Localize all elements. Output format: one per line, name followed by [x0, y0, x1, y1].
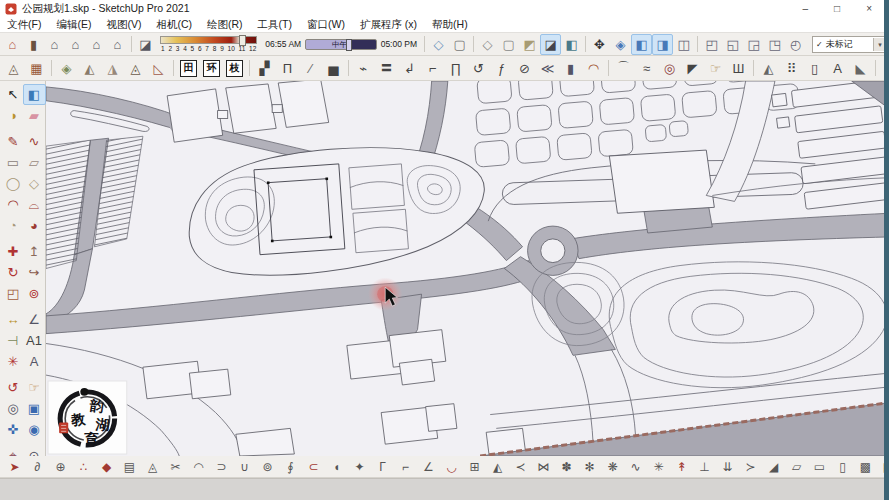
bt-cut-icon[interactable]: ✂: [164, 457, 187, 477]
orbit-tool[interactable]: ↺: [2, 377, 25, 398]
section-cuts-icon[interactable]: ◨: [652, 34, 673, 55]
bt-curve-points-icon[interactable]: ∴: [72, 457, 95, 477]
move-tool[interactable]: ✚: [2, 241, 25, 262]
bt-red-arc-icon[interactable]: ◡: [440, 457, 463, 477]
protractor-tool[interactable]: ∠: [23, 309, 46, 330]
bt-move-red-icon[interactable]: ◆: [95, 457, 118, 477]
bt-anchor-icon[interactable]: ⊥: [693, 457, 716, 477]
menu-view[interactable]: 视图(V): [106, 18, 141, 32]
offset-tool[interactable]: ⊚: [23, 283, 46, 304]
face-style-monochrome-icon[interactable]: ◧: [561, 34, 582, 55]
bt-walker-icon[interactable]: ➤: [3, 457, 26, 477]
flag-tool-icon[interactable]: ◤: [681, 57, 704, 79]
bt-fence-x-icon[interactable]: ⋈: [532, 457, 555, 477]
arc-tool[interactable]: ◠: [2, 194, 25, 215]
menu-tools[interactable]: 工具(T): [258, 18, 292, 32]
line-tool[interactable]: ✎: [2, 131, 25, 152]
view-right-icon[interactable]: ⌂: [65, 34, 86, 55]
curve-tool-icon[interactable]: ƒ: [490, 57, 513, 79]
menu-window[interactable]: 窗口(W): [307, 18, 345, 32]
bt-pin-icon[interactable]: ↟: [670, 457, 693, 477]
sandbox-flip-edge-icon[interactable]: ◺: [147, 57, 170, 79]
bt-planes-icon[interactable]: ◢: [762, 457, 785, 477]
bt-corner-b-icon[interactable]: ⌐: [394, 457, 417, 477]
menu-camera[interactable]: 相机(C): [156, 18, 192, 32]
bt-layers-icon[interactable]: ▤: [118, 457, 141, 477]
tag-dropdown[interactable]: ✓ 未标记 ▾: [812, 36, 887, 53]
face-style-hiddenline-icon[interactable]: ▢: [498, 34, 519, 55]
ramp-tool-icon[interactable]: ∕: [299, 57, 322, 79]
null-face-tool-icon[interactable]: ⊘: [513, 57, 536, 79]
plugin-huan-icon[interactable]: 环: [203, 60, 220, 77]
bt-feather-icon[interactable]: ∿: [624, 457, 647, 477]
bt-frame-icon[interactable]: ▭: [808, 457, 831, 477]
face-style-wireframe-icon[interactable]: ◇: [477, 34, 498, 55]
sandbox-stamp-icon[interactable]: ◭: [78, 57, 101, 79]
section-fill-icon[interactable]: ◫: [673, 34, 694, 55]
stairs-tool-icon[interactable]: ▞: [253, 57, 276, 79]
bt-door-icon[interactable]: ▯: [831, 457, 854, 477]
mirror-tool-icon[interactable]: ◭: [757, 57, 780, 79]
road-tool-icon[interactable]: ⌒: [612, 57, 635, 79]
label-a-tool-icon[interactable]: A: [826, 57, 849, 79]
section-display-icon[interactable]: ◧: [631, 34, 652, 55]
sandbox-from-contours-icon[interactable]: ◬: [2, 57, 25, 79]
barrel-tool-icon[interactable]: ▮: [559, 57, 582, 79]
shadow-time-slider[interactable]: 中午: [305, 39, 376, 50]
bt-balloon-icon[interactable]: ⊚: [256, 457, 279, 477]
bt-stack-icon[interactable]: ▩: [854, 457, 877, 477]
hook-tool-icon[interactable]: ⌐: [421, 57, 444, 79]
cone-tool-icon[interactable]: ◣: [849, 57, 872, 79]
freehand-tool[interactable]: ∿: [23, 131, 46, 152]
menu-extensions[interactable]: 扩展程序 (x): [360, 18, 417, 32]
view-front-icon[interactable]: ⌂: [44, 34, 65, 55]
polygon-tool[interactable]: ◇: [23, 173, 46, 194]
menu-edit[interactable]: 编辑(E): [56, 18, 91, 32]
bt-arrow-right-icon[interactable]: ≻: [739, 457, 762, 477]
wave-tool-icon[interactable]: ≈: [635, 57, 658, 79]
bin-tool-icon[interactable]: Ш: [727, 57, 750, 79]
sandbox-from-scratch-icon[interactable]: ▦: [25, 57, 48, 79]
arch-tool-icon[interactable]: ◠: [582, 57, 605, 79]
eraser-tool[interactable]: ▰: [23, 105, 46, 126]
bend-tool-icon[interactable]: ↲: [398, 57, 421, 79]
rotate-tool[interactable]: ↻: [2, 262, 25, 283]
previous-view-tool[interactable]: ◉: [23, 419, 46, 440]
rectangle-tool[interactable]: ▭: [2, 152, 25, 173]
pipe-tool-icon[interactable]: ⌁: [352, 57, 375, 79]
model-canvas[interactable]: 韵 湖 教 育: [46, 81, 889, 456]
histogram-tool-icon[interactable]: ▅: [322, 57, 345, 79]
bt-hook-icon[interactable]: ⊃: [210, 457, 233, 477]
plugin-tian-icon[interactable]: 田: [180, 60, 197, 77]
sandbox-add-detail-icon[interactable]: ◬: [124, 57, 147, 79]
select-tool[interactable]: ↖: [2, 84, 25, 105]
bt-spiral-icon[interactable]: ∮: [279, 457, 302, 477]
rotated-rectangle-tool[interactable]: ▱: [23, 152, 46, 173]
bt-arrows-split-icon[interactable]: ⇊: [716, 457, 739, 477]
target-tool-icon[interactable]: ◎: [658, 57, 681, 79]
text-tool[interactable]: A1: [23, 330, 46, 351]
follow-me-tool[interactable]: ↪: [23, 262, 46, 283]
panel-tool-icon[interactable]: ▯: [803, 57, 826, 79]
sandbox-smoove-icon[interactable]: ◈: [55, 57, 78, 79]
bt-panel-icon[interactable]: ▱: [785, 457, 808, 477]
bt-arc-flip-icon[interactable]: ◠: [187, 457, 210, 477]
solid-trim-icon[interactable]: ◳: [764, 34, 785, 55]
bt-lasso-icon[interactable]: ∂: [26, 457, 49, 477]
bt-circle-plus-icon[interactable]: ⊕: [49, 457, 72, 477]
bt-sprout-icon[interactable]: ✳: [647, 457, 670, 477]
bt-terrain-icon[interactable]: ◬: [141, 457, 164, 477]
shadow-date-slider[interactable]: 123456789101112: [160, 36, 257, 52]
push-pull-tool[interactable]: ↥: [23, 241, 46, 262]
bt-snail-icon[interactable]: ⊂: [302, 457, 325, 477]
bt-pine-icon[interactable]: ✻: [578, 457, 601, 477]
menu-draw[interactable]: 绘图(R): [207, 18, 243, 32]
view-back-icon[interactable]: ⌂: [86, 34, 107, 55]
face-style-backedges-icon[interactable]: ▢: [449, 34, 470, 55]
axes-tool[interactable]: ✳: [2, 351, 25, 372]
time-slider-handle[interactable]: [346, 39, 352, 51]
close-button[interactable]: ×: [866, 0, 872, 18]
clamp-tool-icon[interactable]: ∏: [444, 57, 467, 79]
bt-flower-icon[interactable]: ✽: [555, 457, 578, 477]
solid-union-icon[interactable]: ◱: [722, 34, 743, 55]
